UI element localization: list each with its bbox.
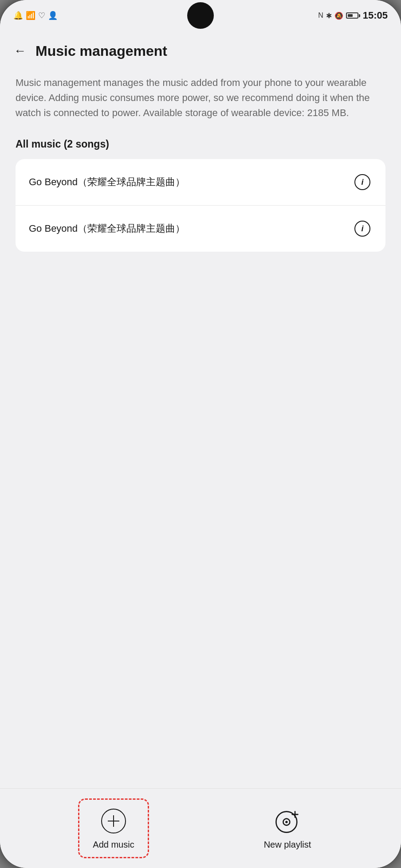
new-playlist-button[interactable]: New playlist — [252, 807, 323, 850]
heart-icon: ♡ — [38, 11, 45, 20]
battery-icon — [346, 12, 360, 19]
music-item-1[interactable]: Go Beyond（荣耀全球品牌主题曲） i — [16, 159, 385, 205]
info-button-2[interactable]: i — [353, 219, 372, 238]
nfc-icon: N — [318, 12, 323, 19]
camera-notch — [187, 2, 214, 29]
add-music-label: Add music — [93, 840, 134, 850]
description-text: Music management manages the music added… — [16, 75, 385, 121]
header: ← Music management — [0, 31, 401, 71]
back-button[interactable]: ← — [9, 40, 31, 62]
music-name-2: Go Beyond（荣耀全球品牌主题曲） — [29, 222, 353, 235]
music-list: Go Beyond（荣耀全球品牌主题曲） i Go Beyond（荣耀全球品牌主… — [16, 159, 385, 252]
main-content: Music management manages the music added… — [0, 71, 401, 788]
notification-icon: 🔔 — [13, 11, 23, 20]
status-left: 🔔 📶 ♡ 👤 — [13, 11, 58, 20]
wifi-icon: 📶 — [26, 11, 35, 20]
phone-frame: 🔔 📶 ♡ 👤 N ✱ 🔕 15:05 — [0, 0, 401, 868]
person-icon: 👤 — [48, 11, 58, 20]
new-playlist-icon — [273, 807, 302, 835]
info-icon-2: i — [354, 221, 370, 237]
page-title: Music management — [35, 43, 167, 59]
bottom-bar: Add music New playli — [0, 788, 401, 868]
back-arrow-icon: ← — [14, 44, 26, 58]
phone-screen: 🔔 📶 ♡ 👤 N ✱ 🔕 15:05 — [0, 0, 401, 868]
music-item-2[interactable]: Go Beyond（荣耀全球品牌主题曲） i — [16, 205, 385, 252]
status-time: 15:05 — [363, 10, 388, 21]
section-title: All music (2 songs) — [16, 138, 385, 150]
add-music-button[interactable]: Add music — [78, 798, 149, 858]
info-icon-1: i — [354, 174, 370, 190]
info-button-1[interactable]: i — [353, 172, 372, 192]
music-name-1: Go Beyond（荣耀全球品牌主题曲） — [29, 175, 353, 189]
status-right: N ✱ 🔕 15:05 — [318, 10, 388, 21]
new-playlist-label: New playlist — [264, 840, 311, 850]
bluetooth-icon: ✱ — [326, 12, 332, 20]
mute-icon: 🔕 — [334, 12, 343, 20]
add-music-icon — [99, 807, 128, 835]
svg-point-2 — [285, 821, 287, 823]
status-bar: 🔔 📶 ♡ 👤 N ✱ 🔕 15:05 — [0, 0, 401, 31]
